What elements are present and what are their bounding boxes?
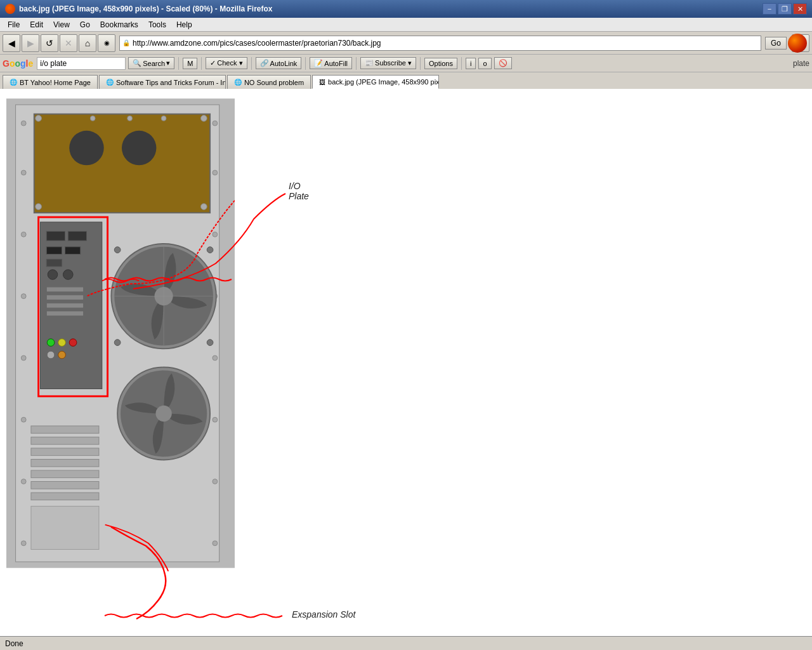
svg-point-7 xyxy=(21,417,26,422)
io-plate-annotation: I/O Plate xyxy=(289,181,309,201)
address-input[interactable] xyxy=(133,39,758,48)
svg-rect-65 xyxy=(31,506,99,549)
tab-btyahoo-label: BT Yahoo! Home Page xyxy=(20,79,91,86)
check-icon: ✓ xyxy=(210,59,216,67)
google-toolbar: Google 🔍 Search ▾ M ✓ Check ▾ 🔗 AutoLink… xyxy=(0,55,812,72)
toolbar-icon3[interactable]: 🚫 xyxy=(494,57,512,69)
toolbar-icon1[interactable]: i xyxy=(466,58,476,69)
back-button[interactable]: ◀ xyxy=(3,34,20,52)
svg-point-16 xyxy=(213,479,218,484)
svg-point-44 xyxy=(58,351,66,359)
google-search-input[interactable] xyxy=(37,57,126,70)
content-area: I/O Plate Exspansion Slot xyxy=(0,89,812,636)
subscribe-button[interactable]: 📰 Subscribe ▾ xyxy=(360,57,416,69)
svg-point-51 xyxy=(114,247,121,253)
svg-rect-32 xyxy=(65,247,80,255)
menu-help[interactable]: Help xyxy=(171,19,197,30)
svg-point-21 xyxy=(36,116,42,122)
svg-rect-58 xyxy=(31,426,99,434)
svg-rect-61 xyxy=(31,459,99,467)
svg-point-26 xyxy=(128,116,133,121)
check-button[interactable]: ✓ Check ▾ xyxy=(206,57,247,69)
svg-point-2 xyxy=(21,121,26,126)
home-button[interactable]: ⌂ xyxy=(79,34,96,52)
svg-rect-33 xyxy=(46,259,62,267)
menu-go[interactable]: Go xyxy=(75,19,95,30)
svg-rect-37 xyxy=(46,295,83,300)
titlebar: back.jpg (JPEG Image, 458x990 pixels) - … xyxy=(0,0,812,18)
svg-point-8 xyxy=(21,479,26,484)
tab-softwaretips[interactable]: 🌐 Software Tips and Tricks Forum - Inbox xyxy=(99,75,226,89)
svg-point-4 xyxy=(21,232,26,237)
navbar: ◀ ▶ ↺ ✕ ⌂ ◉ 🔒 Go 🔍 xyxy=(0,32,812,55)
io-plate-label-line1: I/O xyxy=(289,181,309,191)
close-button[interactable]: ✕ xyxy=(793,3,807,15)
svg-point-23 xyxy=(36,204,42,210)
svg-point-35 xyxy=(63,270,74,280)
toolbar-icon2[interactable]: o xyxy=(478,58,491,69)
menu-edit[interactable]: Edit xyxy=(25,19,48,30)
autolink-button[interactable]: 🔗 AutoLink xyxy=(256,57,302,69)
svg-rect-36 xyxy=(46,287,83,292)
toolbar-separator-3 xyxy=(251,57,252,70)
svg-point-27 xyxy=(161,116,166,121)
tab-nosound[interactable]: 🌐 NO Sound problem xyxy=(227,75,311,89)
svg-point-11 xyxy=(213,170,218,175)
svg-point-6 xyxy=(21,355,26,361)
forum-icon: 🌐 xyxy=(106,79,114,86)
svg-point-57 xyxy=(155,406,171,421)
svg-point-34 xyxy=(48,270,58,280)
reload-button[interactable]: ↺ xyxy=(41,34,58,52)
svg-point-14 xyxy=(213,355,218,361)
svg-point-3 xyxy=(21,170,26,175)
tab-nosound-label: NO Sound problem xyxy=(244,79,304,86)
go-button[interactable]: Go xyxy=(765,37,787,50)
forward-button[interactable]: ▶ xyxy=(22,34,39,52)
svg-rect-31 xyxy=(46,247,62,255)
svg-point-10 xyxy=(213,121,218,126)
options-button[interactable]: Options xyxy=(424,58,457,69)
menu-file[interactable]: File xyxy=(3,19,25,30)
tab-btyahoo[interactable]: 🌐 BT Yahoo! Home Page xyxy=(3,75,98,89)
minimize-button[interactable]: − xyxy=(763,3,776,15)
status-text: Done xyxy=(5,639,23,648)
svg-point-9 xyxy=(21,541,26,546)
autofill-button[interactable]: 📝 AutoFill xyxy=(310,57,352,69)
yahoo-icon: 🌐 xyxy=(10,79,17,86)
svg-point-15 xyxy=(213,417,218,422)
tab-backjpg[interactable]: 🖼 back.jpg (JPEG Image, 458x990 pixels) … xyxy=(312,75,439,89)
svg-rect-60 xyxy=(31,448,99,456)
svg-point-25 xyxy=(90,116,95,121)
svg-rect-39 xyxy=(46,311,83,316)
menu-tools[interactable]: Tools xyxy=(143,19,171,30)
restore-button[interactable]: ❐ xyxy=(778,3,792,15)
menu-view[interactable]: View xyxy=(48,19,75,30)
image-icon: 🖼 xyxy=(319,79,325,86)
plate-label: plate xyxy=(793,59,809,68)
statusbar: Done xyxy=(0,636,812,650)
toolbar-separator-4 xyxy=(305,57,306,70)
toolbar-separator-2 xyxy=(201,57,202,70)
firefox-icon xyxy=(5,4,15,14)
svg-point-53 xyxy=(114,340,121,346)
svg-point-42 xyxy=(69,339,77,347)
link-icon: 🔗 xyxy=(260,59,269,67)
titlebar-left: back.jpg (JPEG Image, 458x990 pixels) - … xyxy=(5,4,272,14)
menu-bookmarks[interactable]: Bookmarks xyxy=(95,19,143,30)
gmail-button[interactable]: M xyxy=(183,58,197,69)
svg-rect-63 xyxy=(31,482,99,489)
svg-point-41 xyxy=(58,339,66,347)
address-bar: 🔒 xyxy=(119,36,761,51)
search-icon: 🔍 xyxy=(133,59,141,67)
stop-button[interactable]: ✕ xyxy=(60,34,77,52)
history-button[interactable]: ◉ xyxy=(98,34,115,52)
subscribe-icon: 📰 xyxy=(365,59,374,67)
titlebar-title: back.jpg (JPEG Image, 458x990 pixels) - … xyxy=(19,4,272,13)
google-search-button[interactable]: 🔍 Search ▾ xyxy=(128,57,174,69)
expansion-slot-annotation: Exspansion Slot xyxy=(292,609,355,620)
svg-point-17 xyxy=(213,541,218,546)
io-plate-label-line2: Plate xyxy=(289,191,309,201)
menubar: File Edit View Go Bookmarks Tools Help xyxy=(0,18,812,32)
svg-point-43 xyxy=(47,351,55,359)
svg-rect-29 xyxy=(46,231,65,241)
